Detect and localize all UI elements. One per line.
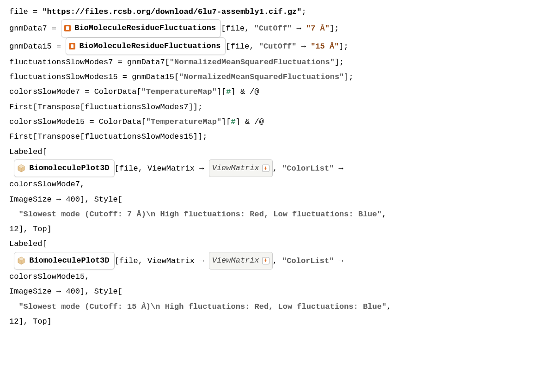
code-line-12: colorsSlowMode7, bbox=[9, 177, 529, 192]
viewmatrix-box[interactable]: ViewMatrix+ bbox=[209, 252, 273, 270]
code-line-8: colorsSlowMode15 = ColorData["Temperatur… bbox=[9, 115, 529, 129]
cube-icon bbox=[16, 256, 26, 266]
resource-function-box[interactable]: BioMoleculeResidueFluctuations bbox=[66, 37, 226, 55]
code-line-5: fluctuationsSlowModes15 = gnmData15["Nor… bbox=[9, 70, 529, 85]
code-line-21: 12], Top] bbox=[9, 314, 529, 329]
viewmatrix-box[interactable]: ViewMatrix+ bbox=[209, 159, 273, 177]
resource-icon bbox=[68, 42, 76, 50]
code-line-3: gnmData15 = BioMoleculeResidueFluctuatio… bbox=[9, 37, 529, 55]
code-line-10: Labeled[ bbox=[9, 145, 529, 159]
plus-icon[interactable]: + bbox=[262, 257, 269, 264]
code-line-16: Labeled[ bbox=[9, 237, 529, 251]
cube-icon bbox=[16, 163, 26, 173]
svg-rect-3 bbox=[71, 44, 73, 48]
code-line-13: ImageSize → 400], Style[ bbox=[9, 192, 529, 207]
code-line-6: colorsSlowMode7 = ColorData["Temperature… bbox=[9, 85, 529, 99]
code-line-4: fluctuationsSlowModes7 = gnmData7["Norma… bbox=[9, 55, 529, 70]
code-line-19: ImageSize → 400], Style[ bbox=[9, 284, 529, 299]
code-line-1: file = "https://files.rcsb.org/download/… bbox=[9, 5, 529, 19]
code-line-17: BiomoleculePlot3D[file, ViewMatrix → Vie… bbox=[9, 252, 529, 270]
code-line-18: colorsSlowMode15, bbox=[9, 270, 529, 284]
code-line-9: First[Transpose[fluctuationsSlowModes15]… bbox=[9, 129, 529, 144]
code-line-15: 12], Top] bbox=[9, 222, 529, 237]
code-block: file = "https://files.rcsb.org/download/… bbox=[9, 5, 529, 329]
resource-function-box[interactable]: BioMoleculeResidueFluctuations bbox=[61, 19, 221, 37]
code-line-11: BiomoleculePlot3D[file, ViewMatrix → Vie… bbox=[9, 159, 529, 177]
paclet-function-box[interactable]: BiomoleculePlot3D bbox=[14, 252, 114, 270]
code-line-2: gnmData7 = BioMoleculeResidueFluctuation… bbox=[9, 19, 529, 37]
resource-icon bbox=[63, 24, 72, 32]
code-line-14: "Slowest mode (Cutoff: 7 Å)\n High fluct… bbox=[9, 207, 529, 222]
paclet-function-box[interactable]: BiomoleculePlot3D bbox=[14, 159, 114, 177]
code-line-20: "Slowest mode (Cutoff: 15 Å)\n High fluc… bbox=[9, 300, 529, 314]
plus-icon[interactable]: + bbox=[262, 165, 269, 172]
code-line-7: First[Transpose[fluctuationsSlowModes7]]… bbox=[9, 100, 529, 115]
svg-rect-1 bbox=[66, 26, 69, 30]
